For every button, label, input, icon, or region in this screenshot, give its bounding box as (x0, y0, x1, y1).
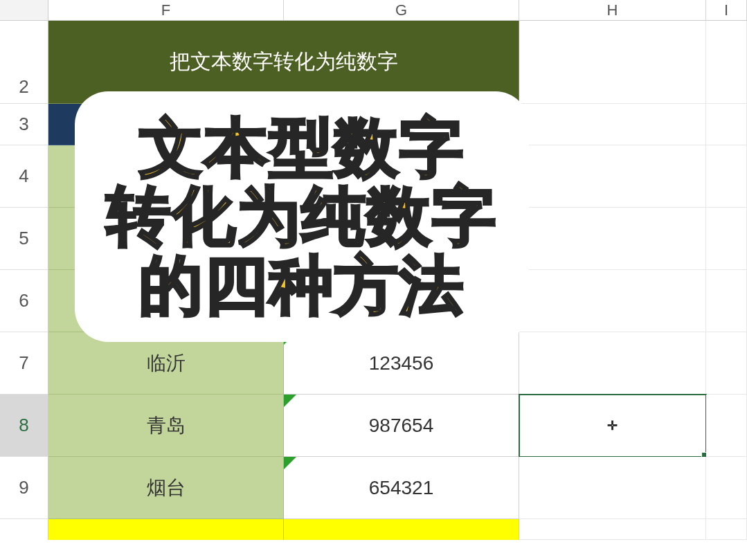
cell-F8[interactable]: 青岛 (48, 395, 284, 457)
cell-H2[interactable] (519, 21, 706, 104)
spreadsheet: F G H I 2 把文本数字转化为纯数字 3 4 5 (0, 0, 747, 560)
column-header-G[interactable]: G (284, 0, 519, 20)
cell-I6[interactable] (706, 270, 747, 332)
row-header-7[interactable]: 7 (0, 332, 48, 395)
cell-H7[interactable] (519, 332, 706, 395)
cell-G6[interactable] (284, 270, 519, 332)
cell-F6[interactable] (48, 270, 284, 332)
corner-cell[interactable] (0, 0, 48, 20)
row-9: 9 烟台 654321 (0, 457, 747, 519)
cell-F5[interactable] (48, 208, 284, 270)
row-header-6[interactable]: 6 (0, 270, 48, 332)
cell-H4[interactable] (519, 145, 706, 208)
cell-G5[interactable] (284, 208, 519, 270)
cell-H5[interactable] (519, 208, 706, 270)
cell-G10[interactable] (284, 519, 519, 540)
row-10 (0, 519, 747, 540)
row-7: 7 临沂 123456 (0, 332, 747, 395)
cell-H6[interactable] (519, 270, 706, 332)
cell-I10[interactable] (706, 519, 747, 540)
row-5: 5 (0, 208, 747, 270)
row-8: 8 青岛 987654 ✛ (0, 395, 747, 457)
cell-I4[interactable] (706, 145, 747, 208)
cell-G7[interactable]: 123456 (284, 332, 519, 395)
cell-G4[interactable] (284, 145, 519, 208)
column-headers: F G H I (0, 0, 747, 21)
cell-I5[interactable] (706, 208, 747, 270)
cell-G9[interactable]: 654321 (284, 457, 519, 519)
row-header-8[interactable]: 8 (0, 395, 48, 457)
header-row-merged[interactable] (48, 104, 519, 145)
row-2: 2 把文本数字转化为纯数字 (0, 21, 747, 104)
row-header-10[interactable] (0, 519, 48, 540)
row-3: 3 (0, 104, 747, 145)
row-header-4[interactable]: 4 (0, 145, 48, 208)
cell-F9[interactable]: 烟台 (48, 457, 284, 519)
cell-I9[interactable] (706, 457, 747, 519)
cursor-icon: ✛ (607, 418, 618, 433)
row-header-2[interactable]: 2 (0, 21, 48, 104)
row-header-3[interactable]: 3 (0, 104, 48, 145)
cell-H9[interactable] (519, 457, 706, 519)
cell-H3[interactable] (519, 104, 706, 145)
row-header-5[interactable]: 5 (0, 208, 48, 270)
row-4: 4 (0, 145, 747, 208)
cell-H10[interactable] (519, 519, 706, 540)
column-header-H[interactable]: H (519, 0, 706, 20)
grid-body: 2 把文本数字转化为纯数字 3 4 5 6 (0, 21, 747, 540)
cell-I2[interactable] (706, 21, 747, 104)
row-6: 6 (0, 270, 747, 332)
cell-I7[interactable] (706, 332, 747, 395)
row-header-9[interactable]: 9 (0, 457, 48, 519)
cell-I3[interactable] (706, 104, 747, 145)
cell-G8[interactable]: 987654 (284, 395, 519, 457)
cell-F4[interactable] (48, 145, 284, 208)
cell-F10[interactable] (48, 519, 284, 540)
column-header-I[interactable]: I (706, 0, 747, 20)
cell-I8[interactable] (706, 395, 747, 457)
cell-F7[interactable]: 临沂 (48, 332, 284, 395)
title-cell[interactable]: 把文本数字转化为纯数字 (48, 21, 519, 104)
column-header-F[interactable]: F (48, 0, 284, 20)
cell-H8-selected[interactable]: ✛ (519, 395, 706, 457)
